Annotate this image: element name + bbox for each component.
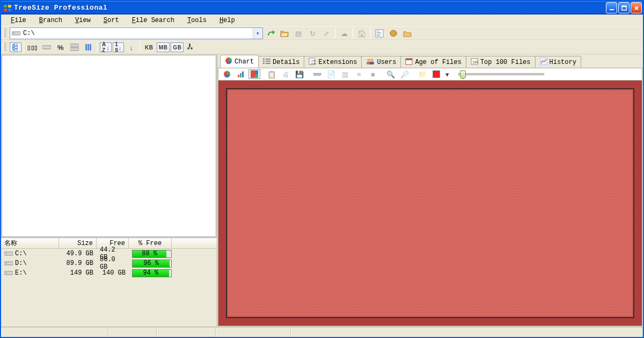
svg-point-27	[191, 47, 193, 49]
page-button[interactable]: ▤	[292, 27, 305, 39]
svg-rect-32	[5, 263, 7, 263]
svg-rect-10	[377, 31, 379, 31]
tab-details[interactable]: Details	[258, 56, 304, 68]
svg-rect-1	[8, 5, 11, 8]
list-icon	[263, 57, 270, 67]
options-button[interactable]	[373, 27, 386, 39]
col-size-header[interactable]: Size	[59, 238, 97, 248]
svg-rect-6	[622, 6, 626, 7]
drive-row[interactable]: E:\149 GB140 GB94 %	[1, 268, 217, 278]
menu-sort[interactable]: Sort	[97, 16, 126, 25]
toolbar-grip[interactable]	[3, 28, 6, 38]
zoom-out-icon[interactable]: 🔎	[398, 68, 411, 80]
col-name-header[interactable]: 名称	[1, 238, 59, 248]
sort-down-button[interactable]: ↓	[125, 41, 138, 53]
separator	[452, 69, 453, 80]
sort-az-button[interactable]: AZ↓	[100, 42, 112, 52]
drive-size: 89.9 GB	[59, 260, 97, 267]
status-cell	[157, 327, 216, 337]
app-icon	[3, 4, 12, 12]
svg-rect-23	[87, 44, 89, 51]
tab-top-100-files[interactable]: 100Top 100 Files	[466, 56, 536, 68]
chart-treemap-icon[interactable]	[248, 69, 260, 79]
toolbar-grip[interactable]	[3, 42, 6, 52]
expand-button[interactable]: ⤢	[320, 27, 333, 39]
treemap-block[interactable]	[226, 88, 634, 318]
go-button[interactable]	[264, 27, 277, 39]
chart-bar-icon[interactable]	[235, 68, 247, 80]
chart-pie-icon[interactable]	[221, 68, 233, 80]
tree-view-button[interactable]	[10, 42, 21, 52]
unit-mb-button[interactable]: MB	[157, 42, 170, 52]
save-icon[interactable]: 💾	[293, 68, 306, 80]
stacked-drive-button[interactable]	[68, 41, 81, 53]
tab-label: Details	[273, 59, 299, 66]
close-button[interactable]	[631, 2, 642, 13]
tree-view[interactable]	[2, 55, 216, 237]
drive-view-button[interactable]	[40, 41, 53, 53]
tab-chart[interactable]: Chart	[220, 55, 259, 68]
menu-view[interactable]: View	[69, 16, 97, 25]
toggle-3d-icon[interactable]: 👓	[311, 68, 324, 80]
tab-users[interactable]: Users	[361, 56, 401, 68]
svg-rect-0	[4, 5, 7, 8]
drive-pct: 88 %	[129, 250, 175, 258]
menu-branch[interactable]: Branch	[33, 16, 69, 25]
globe-button[interactable]	[387, 27, 400, 39]
color-swatch[interactable]	[430, 68, 443, 80]
home-button[interactable]: 🏠	[355, 27, 368, 39]
open-button[interactable]	[278, 27, 291, 39]
menu-help[interactable]: Help	[213, 16, 241, 25]
zoom-in-icon[interactable]: 🔍	[384, 68, 397, 80]
svg-rect-12	[377, 34, 381, 34]
tab-age-of-files[interactable]: Age of Files	[400, 56, 466, 68]
address-dropdown[interactable]: ▾	[253, 28, 262, 39]
bars-view-button[interactable]: ▯▯▯	[26, 41, 39, 53]
folder-icon[interactable]: 📁	[416, 68, 429, 80]
svg-rect-20	[70, 44, 79, 47]
treemap-chart[interactable]	[218, 81, 642, 326]
address-combo[interactable]: C:\ ▾	[10, 27, 263, 39]
cloud-button[interactable]: ☁	[338, 27, 350, 39]
col-pct-header[interactable]: % Free	[129, 238, 172, 248]
slider-thumb[interactable]	[460, 70, 466, 79]
status-cell	[108, 327, 157, 337]
cluster-button[interactable]	[185, 41, 197, 53]
svg-rect-36	[263, 59, 265, 60]
block-icon[interactable]: ■	[367, 68, 379, 80]
svg-rect-11	[377, 32, 381, 33]
svg-rect-48	[370, 62, 374, 64]
sort-19-button[interactable]: 19↓	[113, 42, 124, 52]
columns-button[interactable]	[82, 41, 95, 53]
status-cell	[216, 327, 291, 337]
menu-file-search[interactable]: File Search	[126, 16, 181, 25]
ruler-icon[interactable]: ≡	[353, 68, 365, 80]
drive-row[interactable]: D:\89.9 GB86.0 GB96 %	[1, 258, 217, 268]
menu-tools[interactable]: Tools	[181, 16, 213, 25]
doc-icon[interactable]: 📄	[325, 68, 338, 80]
maximize-button[interactable]	[618, 2, 630, 13]
unit-kb-button[interactable]: KB	[143, 41, 156, 53]
folder-find-button[interactable]	[401, 27, 414, 39]
drive-name: D:\	[1, 260, 59, 267]
tab-extensions[interactable]: .txt.exeExtensions	[304, 56, 362, 68]
tab-label: Top 100 Files	[480, 59, 531, 66]
minimize-button[interactable]	[606, 2, 617, 13]
color-dropdown[interactable]: ▾	[444, 68, 450, 80]
separator	[335, 28, 335, 39]
svg-point-14	[390, 30, 397, 37]
svg-rect-3	[8, 9, 11, 11]
svg-rect-56	[240, 73, 241, 77]
unit-gb-button[interactable]: GB	[171, 42, 184, 52]
svg-point-45	[367, 59, 370, 62]
refresh-button[interactable]: ↻	[306, 27, 319, 39]
print-icon[interactable]: 🖨	[279, 68, 292, 80]
svg-point-26	[187, 47, 189, 49]
address-toolbar: C:\ ▾ ▤ ↻ ⤢ ☁ 🏠	[1, 26, 643, 40]
grid-icon[interactable]: ▥	[339, 68, 352, 80]
depth-slider[interactable]	[458, 73, 544, 75]
menu-file[interactable]: File	[4, 16, 33, 25]
copy-icon[interactable]: 📋	[265, 68, 278, 80]
percent-button[interactable]: %	[54, 41, 67, 53]
tab-history[interactable]: History	[535, 56, 581, 68]
